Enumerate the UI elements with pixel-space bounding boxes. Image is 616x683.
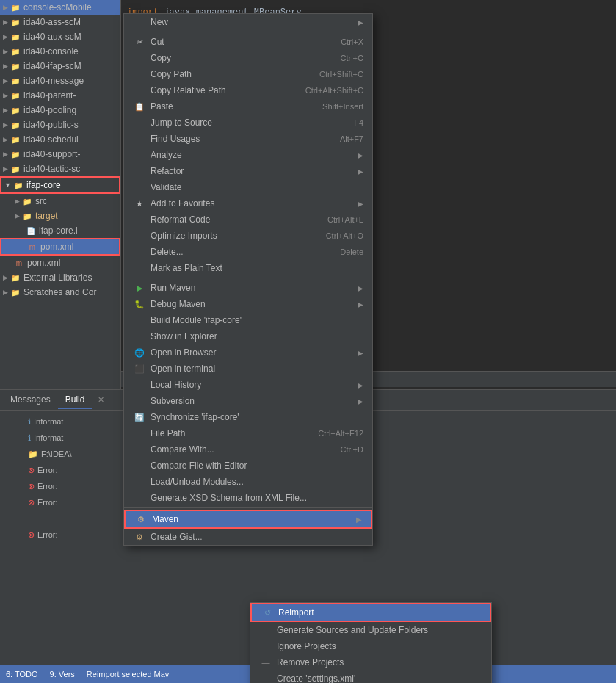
menu-label-new: New: [151, 17, 355, 27]
menu-item-build-module[interactable]: Build Module 'ifap-core': [124, 312, 372, 328]
menu-separator-3: [124, 507, 372, 508]
menu-item-show-explorer[interactable]: Show in Explorer: [124, 328, 372, 344]
menu-item-open-terminal[interactable]: ⬛ Open in terminal: [124, 361, 372, 377]
tree-item-ida40-console[interactable]: ▶ 📁 ida40-console: [0, 44, 120, 59]
menu-shortcut-reformat: Ctrl+Alt+L: [327, 215, 363, 224]
menu-item-copy-path[interactable]: Copy Path Ctrl+Shift+C: [124, 66, 372, 82]
tree-label: pom.xml: [40, 242, 73, 252]
menu-item-delete[interactable]: Delete... Delete: [124, 244, 372, 260]
debug-maven-icon: 🐛: [133, 300, 146, 309]
tree-item-ida40-support[interactable]: ▶ 📁 ida40-support-: [0, 147, 120, 162]
expand-arrow: ▶: [3, 165, 8, 173]
menu-label-xsd: Generate XSD Schema from XML File...: [151, 493, 363, 503]
submenu-item-ignore[interactable]: Ignore Projects: [250, 638, 491, 654]
menu-label-optimize: Optimize Imports: [151, 231, 320, 241]
tree-item-ifap-core[interactable]: ▼ 📁 ifap-core: [0, 176, 120, 194]
menu-item-refactor[interactable]: Refactor ▶: [124, 163, 372, 179]
menu-item-debug-maven[interactable]: 🐛 Debug Maven ▶: [124, 296, 372, 312]
menu-item-compare-with[interactable]: Compare With... Ctrl+D: [124, 441, 372, 458]
menu-item-create-gist[interactable]: ⚙ Create Gist...: [124, 529, 372, 545]
menu-item-add-favorites[interactable]: ★ Add to Favorites ▶: [124, 195, 372, 212]
submenu-arrow: ▶: [358, 167, 363, 176]
tree-item-ida40-ass[interactable]: ▶ 📁 ida40-ass-scM: [0, 15, 120, 29]
menu-item-generate-xsd[interactable]: Generate XSD Schema from XML File...: [124, 490, 372, 506]
folder-icon: 📁: [10, 272, 21, 283]
tree-item-ifap-core-file[interactable]: 📄 ifap-core.i: [0, 223, 120, 238]
context-menu: New ▶ ✂ Cut Ctrl+X Copy Ctrl+C Copy Path…: [123, 13, 373, 546]
menu-label-compare: Compare With...: [151, 444, 335, 455]
menu-item-maven[interactable]: ⚙ Maven ▶: [124, 510, 372, 529]
status-version-label: 9: Vers: [50, 670, 75, 679]
folder-icon: 📁: [21, 195, 33, 207]
status-version[interactable]: 9: Vers: [50, 670, 75, 679]
tree-label: ida40-console: [23, 46, 79, 57]
submenu-item-generate-sources[interactable]: Generate Sources and Update Folders: [250, 622, 491, 638]
tree-item-src[interactable]: ▶ 📁 src: [0, 194, 120, 209]
menu-item-compare-file[interactable]: Compare File with Editor: [124, 458, 372, 474]
menu-item-reformat[interactable]: Reformat Code Ctrl+Alt+L: [124, 212, 372, 228]
menu-label-run-maven: Run Maven: [151, 283, 355, 293]
menu-item-run-maven[interactable]: ▶ Run Maven ▶: [124, 280, 372, 296]
tab-build[interactable]: Build: [58, 391, 93, 409]
tree-label: ifap-core.i: [39, 225, 78, 236]
menu-item-copy-relative-path[interactable]: Copy Relative Path Ctrl+Alt+Shift+C: [124, 82, 372, 98]
tree-item-pom-xml-root[interactable]: m pom.xml: [0, 256, 120, 270]
menu-label-terminal: Open in terminal: [151, 364, 363, 374]
tree-item-scratches[interactable]: ▶ 📁 Scratches and Cor: [0, 285, 120, 300]
tree-item-target[interactable]: ▶ 📁 target: [0, 209, 120, 223]
menu-item-find-usages[interactable]: Find Usages Alt+F7: [124, 131, 372, 147]
menu-label-delete: Delete...: [151, 247, 334, 257]
tree-item-ida40-schedul[interactable]: ▶ 📁 ida40-schedul: [0, 132, 120, 147]
menu-item-new[interactable]: New ▶: [124, 14, 372, 30]
menu-item-optimize-imports[interactable]: Optimize Imports Ctrl+Alt+O: [124, 228, 372, 244]
info-icon: ℹ: [28, 415, 31, 428]
menu-label-reformat: Reformat Code: [151, 214, 322, 225]
folder-icon: 📁: [10, 46, 21, 57]
menu-item-jump-to-source[interactable]: Jump to Source F4: [124, 115, 372, 131]
folder-icon: 📁: [10, 148, 21, 160]
menu-item-analyze[interactable]: Analyze ▶: [124, 147, 372, 163]
tree-item-ida40-parent[interactable]: ▶ 📁 ida40-parent-: [0, 88, 120, 103]
status-todo[interactable]: 6: TODO: [6, 670, 38, 679]
tree-label: ida40-pooling: [23, 105, 76, 115]
menu-item-paste[interactable]: 📋 Paste Shift+Insert: [124, 98, 372, 115]
expand-arrow: ▶: [3, 4, 8, 11]
expand-arrow: ▶: [3, 48, 8, 55]
submenu-item-reimport[interactable]: ↺ Reimport: [250, 603, 491, 622]
menu-item-subversion[interactable]: Subversion ▶: [124, 393, 372, 409]
menu-item-open-browser[interactable]: 🌐 Open in Browser ▶: [124, 344, 372, 361]
menu-item-load-modules[interactable]: Load/Unload Modules...: [124, 474, 372, 490]
tree-item-ida40-public[interactable]: ▶ 📁 ida40-public-s: [0, 118, 120, 132]
tab-messages[interactable]: Messages: [3, 391, 58, 409]
menu-shortcut-find: Alt+F7: [340, 134, 363, 143]
menu-item-cut[interactable]: ✂ Cut Ctrl+X: [124, 34, 372, 50]
gist-icon: ⚙: [133, 532, 146, 542]
build-text: Error:: [37, 528, 58, 541]
tab-separator: ✕: [98, 395, 104, 405]
menu-label-find: Find Usages: [151, 134, 334, 144]
menu-label-copy-relative: Copy Relative Path: [151, 85, 300, 95]
submenu-arrow: ▶: [358, 300, 363, 308]
menu-item-local-history[interactable]: Local History ▶: [124, 377, 372, 393]
tree-item-ida40-tactic[interactable]: ▶ 📁 ida40-tactic-sc: [0, 162, 120, 176]
tree-item-console-scmobile[interactable]: ▶ 📁 console-scMobile: [0, 0, 120, 15]
run-maven-icon: ▶: [133, 283, 146, 293]
tree-label: External Libraries: [23, 272, 92, 283]
submenu-arrow: ▶: [356, 516, 362, 524]
menu-item-synchronize[interactable]: 🔄 Synchronize 'ifap-core': [124, 409, 372, 425]
tree-item-ida40-message[interactable]: ▶ 📁 ida40-message: [0, 73, 120, 88]
menu-item-file-path[interactable]: File Path Ctrl+Alt+F12: [124, 425, 372, 441]
expand-arrow: ▶: [3, 77, 8, 84]
menu-item-validate[interactable]: Validate: [124, 179, 372, 195]
submenu-item-remove[interactable]: — Remove Projects: [250, 654, 491, 671]
tree-label: ida40-message: [23, 76, 84, 86]
tree-item-external-libraries[interactable]: ▶ 📁 External Libraries: [0, 270, 120, 285]
tree-item-pom-xml[interactable]: m pom.xml: [0, 238, 120, 256]
tree-item-ida40-ifap[interactable]: ▶ 📁 ida40-ifap-scM: [0, 59, 120, 73]
tree-item-ida40-aux[interactable]: ▶ 📁 ida40-aux-scM: [0, 29, 120, 44]
submenu-item-create-settings[interactable]: Create 'settings.xml': [250, 671, 491, 683]
expand-arrow: ▶: [3, 274, 8, 281]
tree-item-ida40-pooling[interactable]: ▶ 📁 ida40-pooling: [0, 103, 120, 118]
menu-item-mark-plain[interactable]: Mark as Plain Text: [124, 260, 372, 276]
menu-item-copy[interactable]: Copy Ctrl+C: [124, 50, 372, 66]
